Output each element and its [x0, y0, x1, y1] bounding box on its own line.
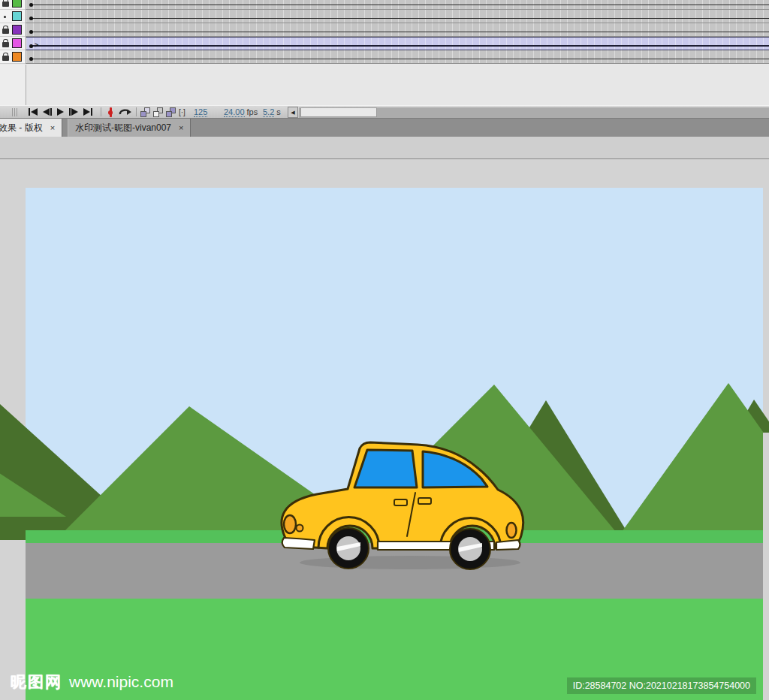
close-icon[interactable]: ×: [50, 123, 55, 132]
loop-icon: [118, 107, 133, 117]
last-frame-button[interactable]: [83, 108, 92, 116]
site-watermark: 昵图网 www.nipic.com: [11, 671, 173, 692]
center-frame-button[interactable]: [110, 106, 112, 118]
timeline-layer-row[interactable]: [0, 50, 769, 64]
layer-color-swatch[interactable]: [12, 38, 22, 48]
keyframe-dot[interactable]: [29, 30, 33, 34]
next-frame-button[interactable]: [69, 108, 78, 116]
separator: [136, 107, 137, 116]
rear-wheel: [450, 529, 490, 569]
timeline-control-bar: [·] 125 24.00 fps 5.2 s ◀: [0, 105, 769, 119]
front-bumper: [282, 538, 315, 549]
tab-label: 水印测试-昵图-vivan007: [75, 122, 171, 134]
flash-editor-window: >: [0, 0, 769, 700]
taillight: [507, 523, 517, 538]
elapsed-time-field[interactable]: 5.2 s: [263, 106, 281, 118]
timeline-layer-row-selected[interactable]: >: [0, 37, 769, 50]
frame-rate-field[interactable]: 24.00 fps: [224, 106, 258, 118]
timeline-panel: >: [0, 0, 769, 119]
layer-controls: [0, 37, 26, 50]
current-frame-field[interactable]: 125: [194, 106, 207, 118]
layer-controls: [0, 0, 26, 10]
layer-frames-track[interactable]: [26, 50, 769, 64]
layer-frames-track-selected[interactable]: >: [26, 37, 769, 50]
tween-arrow: >: [35, 41, 38, 49]
site-name: 昵图网: [11, 671, 62, 692]
layer-controls: [0, 10, 26, 23]
door-handle-front: [394, 499, 407, 505]
timeline-layer-row[interactable]: [0, 0, 769, 10]
close-icon[interactable]: ×: [179, 123, 183, 132]
frame-rate-unit: fps: [247, 107, 258, 116]
front-wheel: [328, 528, 369, 569]
stage-pasteboard[interactable]: [0, 160, 769, 700]
road: [26, 543, 763, 599]
keyframe-dot[interactable]: [29, 17, 33, 20]
timeline-layer-row[interactable]: [0, 10, 769, 23]
current-frame-value[interactable]: 125: [194, 107, 207, 117]
toolbar-spacer-band: [0, 137, 769, 159]
transport-controls: [29, 106, 98, 118]
tween-line: [30, 59, 769, 59]
modify-markers-button[interactable]: [·]: [179, 108, 185, 116]
edit-multiple-frames-button[interactable]: [166, 107, 176, 117]
headlight-small: [297, 525, 303, 532]
layer-color-swatch[interactable]: [12, 52, 22, 62]
onion-skin-outlines-button[interactable]: [153, 107, 163, 117]
tween-line: [30, 5, 769, 5]
tab-effects-copyright[interactable]: 效果 - 版权 ×: [0, 119, 62, 137]
onion-skin-controls: [·]: [140, 106, 185, 118]
timeline-left-gutter: [0, 65, 26, 105]
play-button[interactable]: [57, 108, 64, 116]
layer-status-dot[interactable]: [4, 16, 6, 18]
layer-frames-track[interactable]: [26, 10, 769, 23]
lock-icon[interactable]: [2, 29, 9, 34]
tween-line: [30, 32, 769, 32]
layer-controls: [0, 50, 26, 64]
layer-color-swatch[interactable]: [12, 11, 22, 21]
tab-label: 效果 - 版权: [0, 122, 43, 134]
timeline-scrollbar-thumb[interactable]: [300, 107, 377, 117]
panel-grip-icon[interactable]: [12, 108, 18, 116]
rear-bumper: [496, 540, 520, 550]
timeline-layer-row[interactable]: [0, 23, 769, 37]
lock-icon[interactable]: [2, 2, 9, 7]
scroll-left-button[interactable]: ◀: [288, 107, 298, 118]
frame-rate-value[interactable]: 24.00: [224, 107, 245, 117]
playhead-marker-icon: [110, 107, 112, 117]
first-frame-button[interactable]: [29, 108, 38, 116]
previous-frame-button[interactable]: [43, 108, 52, 116]
layer-color-swatch[interactable]: [12, 0, 22, 8]
tween-line: [30, 18, 769, 19]
document-tab-bar: 效果 - 版权 × 水印测试-昵图-vivan007 ×: [0, 119, 769, 137]
layer-controls: [0, 23, 26, 37]
layer-color-swatch[interactable]: [12, 25, 22, 35]
layer-frames-track[interactable]: [26, 0, 769, 10]
stage-canvas[interactable]: [0, 160, 769, 700]
keyframe-dot[interactable]: [29, 57, 33, 61]
loop-playback-button[interactable]: [118, 106, 133, 118]
elapsed-time-unit: s: [276, 107, 281, 116]
tween-line: [30, 45, 769, 47]
lock-icon[interactable]: [2, 56, 9, 61]
separator: [101, 107, 101, 116]
layer-frames-track[interactable]: [26, 23, 769, 37]
image-id-watermark: ID:28584702 NO:20210218173854754000: [567, 677, 756, 694]
keyframe-dot[interactable]: [29, 3, 33, 7]
timeline-empty-area: [27, 65, 769, 105]
door-handle-rear: [418, 498, 431, 504]
onion-skin-button[interactable]: [140, 107, 150, 117]
elapsed-time-value[interactable]: 5.2: [263, 107, 274, 117]
lock-icon[interactable]: [2, 42, 9, 47]
headlight: [284, 515, 296, 533]
site-url: www.nipic.com: [69, 673, 173, 691]
tab-watermark-test[interactable]: 水印测试-昵图-vivan007 ×: [68, 119, 191, 137]
keyframe-dot[interactable]: [29, 44, 33, 48]
